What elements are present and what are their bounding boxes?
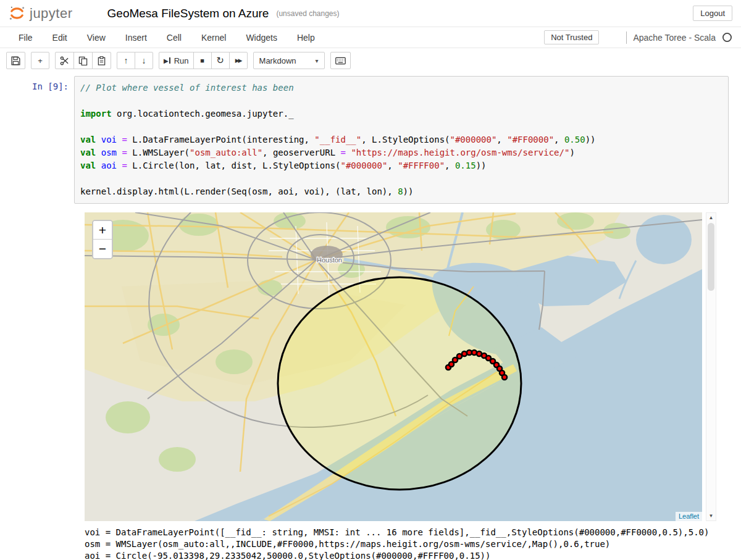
code-editor[interactable]: // Plot where vessel of interest has bee… [74, 76, 729, 204]
menu-help[interactable]: Help [287, 29, 325, 46]
menu-insert[interactable]: Insert [115, 29, 157, 46]
input-prompt: In [9]: [0, 76, 74, 204]
notebook-title[interactable]: GeoMesa FileSystem on Azure [107, 7, 269, 20]
fast-forward-icon: ▶▶ [235, 57, 241, 64]
menu-file[interactable]: File [9, 29, 43, 46]
menu-list: File Edit View Insert Cell Kernel Widget… [9, 29, 325, 46]
menu-view[interactable]: View [77, 29, 115, 46]
keyboard-icon [335, 56, 346, 65]
move-cell-down-button[interactable]: ↓ [135, 52, 153, 69]
restart-icon: ↻ [216, 55, 224, 66]
interrupt-kernel-button[interactable]: ■ [193, 52, 212, 69]
paste-icon [97, 56, 106, 65]
autosave-status: (unsaved changes) [276, 9, 339, 18]
menu-kernel[interactable]: Kernel [191, 29, 236, 46]
copy-cell-button[interactable] [73, 52, 93, 69]
move-cell-up-button[interactable]: ↑ [117, 52, 135, 69]
aoi-circle [278, 277, 521, 490]
map-canvas[interactable]: Houston [85, 212, 702, 521]
save-button[interactable] [6, 52, 25, 69]
cell-type-value: Markdown [259, 56, 296, 65]
not-trusted-button[interactable]: Not Trusted [544, 30, 599, 44]
zoom-in-button[interactable]: + [93, 221, 112, 240]
kernel-name-label: Apache Toree - Scala [626, 31, 721, 44]
add-icon: + [38, 56, 43, 65]
cut-icon [60, 56, 69, 65]
output-text: voi = DataFrameLayerPoint([__fid__: stri… [85, 527, 741, 560]
scrollbar-up-icon[interactable]: ▲ [706, 213, 716, 222]
arrow-down-icon: ↓ [142, 56, 146, 65]
toolbar: + [0, 48, 741, 73]
paste-cell-button[interactable] [92, 52, 111, 69]
notebook-container: In [9]: // Plot where vessel of interest… [0, 73, 741, 560]
kernel-idle-icon [722, 32, 732, 43]
copy-icon [78, 56, 88, 65]
menu-widgets[interactable]: Widgets [236, 29, 287, 46]
zoom-out-button[interactable]: − [93, 240, 112, 258]
jupyter-logo[interactable]: jupyter [9, 5, 73, 22]
arrow-up-icon: ↑ [124, 56, 128, 65]
output-prompt-spacer [0, 212, 85, 521]
command-palette-button[interactable] [330, 52, 351, 69]
cut-cell-button[interactable] [55, 52, 74, 69]
leaflet-attribution-link[interactable]: Leaflet [676, 512, 702, 521]
city-label: Houston [317, 256, 342, 264]
restart-kernel-button[interactable]: ↻ [211, 52, 230, 69]
run-icon: ▶ [164, 57, 169, 64]
stop-icon: ■ [200, 57, 204, 64]
map-zoom-control: + − [92, 220, 113, 259]
chevron-down-icon: ▾ [316, 57, 319, 64]
code-lines: // Plot where vessel of interest has bee… [80, 81, 726, 198]
run-button[interactable]: ▶ Run [159, 52, 194, 69]
menu-edit[interactable]: Edit [43, 29, 77, 46]
cell-type-dropdown[interactable]: Markdown ▾ [253, 52, 325, 69]
output-area: Houston + − Leaflet ▲ ▼ [0, 212, 741, 521]
scrollbar-down-icon[interactable]: ▼ [706, 511, 716, 520]
scrollbar-thumb[interactable] [708, 223, 714, 291]
menu-cell[interactable]: Cell [157, 29, 191, 46]
run-step-bar-icon [169, 57, 170, 64]
jupyter-logo-text: jupyter [30, 6, 73, 22]
save-icon [11, 56, 20, 65]
logout-button[interactable]: Logout [693, 6, 732, 21]
restart-run-all-button[interactable]: ▶▶ [229, 52, 248, 69]
menubar: File Edit View Insert Cell Kernel Widget… [0, 27, 741, 48]
add-cell-button[interactable]: + [31, 52, 49, 69]
jupyter-planet-icon [9, 5, 25, 22]
leaflet-map-output[interactable]: Houston + − Leaflet [85, 212, 702, 521]
notebook-header: jupyter GeoMesa FileSystem on Azure (uns… [0, 0, 741, 27]
output-scrollbar[interactable]: ▲ ▼ [706, 212, 716, 521]
code-cell[interactable]: In [9]: // Plot where vessel of interest… [0, 76, 741, 204]
run-label: Run [174, 56, 189, 65]
